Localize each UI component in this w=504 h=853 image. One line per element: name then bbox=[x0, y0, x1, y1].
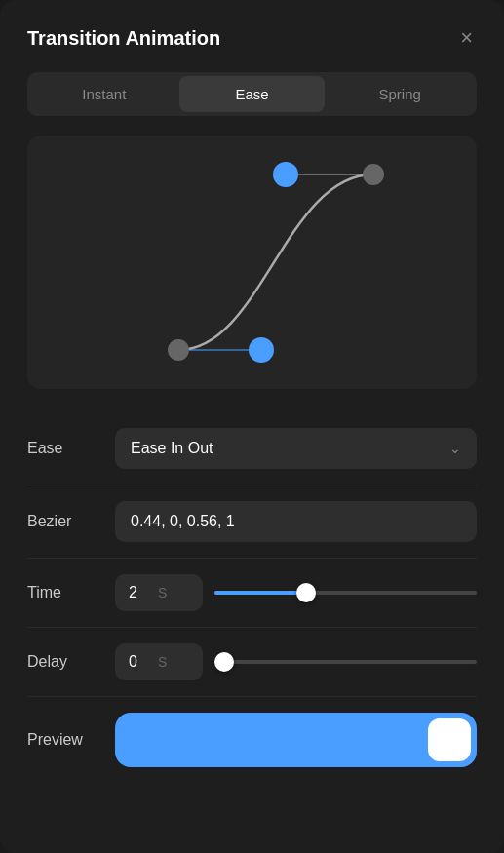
preview-label: Preview bbox=[27, 731, 115, 749]
bezier-input[interactable] bbox=[115, 501, 477, 542]
delay-value: 0 bbox=[129, 653, 152, 671]
preview-field-row: Preview bbox=[27, 697, 477, 783]
toggle-thumb bbox=[428, 718, 471, 761]
time-slider[interactable] bbox=[214, 583, 477, 602]
time-field-row: Time 2 S bbox=[27, 559, 477, 628]
delay-control: 0 S bbox=[115, 643, 477, 680]
curve-visualization bbox=[27, 136, 477, 389]
anchor-point-3[interactable] bbox=[363, 164, 384, 185]
delay-slider[interactable] bbox=[214, 652, 477, 672]
bezier-control bbox=[115, 501, 477, 542]
anchor-point-0[interactable] bbox=[168, 339, 189, 361]
preview-toggle[interactable] bbox=[115, 713, 477, 767]
delay-field-row: Delay 0 S bbox=[27, 628, 477, 697]
fields-container: Ease Ease In Out ⌄ Bezier Time 2 S bbox=[0, 412, 504, 783]
tab-instant[interactable]: Instant bbox=[31, 76, 177, 112]
panel-title: Transition Animation bbox=[27, 27, 220, 50]
close-button[interactable]: × bbox=[456, 23, 477, 53]
chevron-down-icon: ⌄ bbox=[449, 441, 461, 456]
bezier-field-row: Bezier bbox=[27, 485, 477, 559]
time-unit: S bbox=[158, 585, 167, 601]
ease-label: Ease bbox=[27, 440, 115, 457]
control-point-2[interactable] bbox=[273, 162, 298, 187]
tab-spring[interactable]: Spring bbox=[327, 76, 473, 112]
delay-number-input[interactable]: 0 S bbox=[115, 643, 203, 680]
time-number-input[interactable]: 2 S bbox=[115, 574, 203, 611]
curve-svg bbox=[27, 136, 477, 389]
panel-header: Transition Animation × bbox=[0, 0, 504, 72]
delay-label: Delay bbox=[27, 653, 115, 671]
preview-control bbox=[115, 713, 477, 767]
time-value: 2 bbox=[129, 584, 152, 601]
transition-animation-panel: Transition Animation × Instant Ease Spri… bbox=[0, 0, 504, 853]
control-point-1[interactable] bbox=[249, 337, 274, 363]
delay-unit: S bbox=[158, 654, 167, 670]
time-control: 2 S bbox=[115, 574, 477, 611]
time-label: Time bbox=[27, 584, 115, 601]
tab-ease[interactable]: Ease bbox=[179, 76, 326, 112]
ease-field-row: Ease Ease In Out ⌄ bbox=[27, 412, 477, 485]
ease-dropdown-value: Ease In Out bbox=[131, 440, 213, 457]
ease-dropdown[interactable]: Ease In Out ⌄ bbox=[115, 428, 477, 469]
ease-control: Ease In Out ⌄ bbox=[115, 428, 477, 469]
tab-bar: Instant Ease Spring bbox=[27, 72, 477, 116]
bezier-label: Bezier bbox=[27, 513, 115, 530]
